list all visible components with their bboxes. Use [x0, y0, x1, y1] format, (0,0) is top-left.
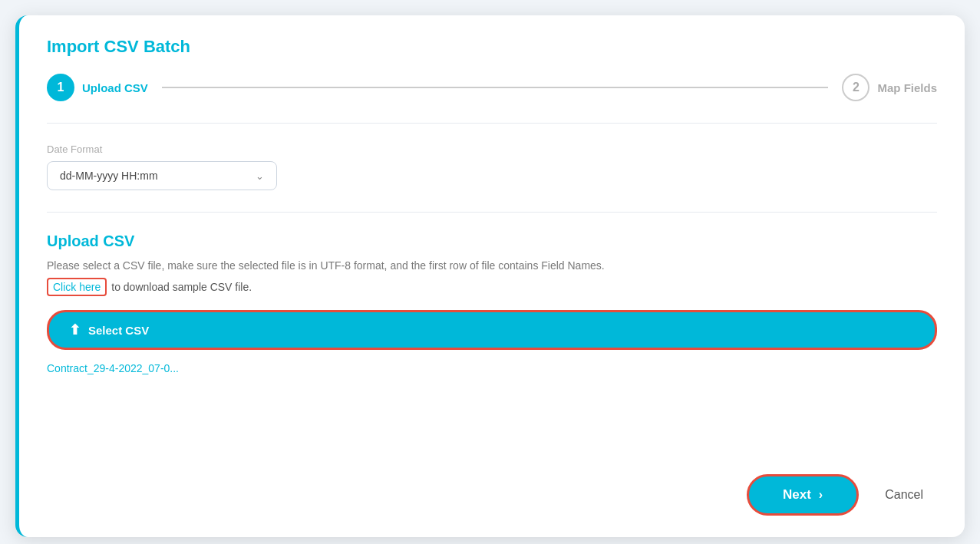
modal-title: Import CSV Batch: [47, 37, 937, 57]
click-here-row: Click here to download sample CSV file.: [47, 278, 937, 296]
upload-section-title: Upload CSV: [47, 232, 937, 250]
footer: Next › Cancel: [47, 451, 937, 516]
click-here-suffix: to download sample CSV file.: [111, 281, 252, 293]
chevron-right-icon: ›: [819, 488, 823, 502]
date-format-select[interactable]: dd-MM-yyyy HH:mm ⌄: [47, 161, 277, 190]
modal-container: Import CSV Batch 1 Upload CSV 2 Map Fiel…: [15, 15, 965, 537]
next-button[interactable]: Next ›: [747, 474, 859, 516]
date-format-label: Date Format: [47, 143, 937, 155]
select-csv-button[interactable]: ⬆ Select CSV: [47, 310, 937, 350]
divider-1: [47, 123, 937, 124]
divider-2: [47, 212, 937, 213]
step-line: [162, 87, 829, 88]
upload-description: Please select a CSV file, make sure the …: [47, 259, 937, 272]
stepper: 1 Upload CSV 2 Map Fields: [47, 74, 937, 101]
step-2-circle: 2: [842, 74, 869, 101]
cancel-button[interactable]: Cancel: [871, 480, 937, 509]
step-1: 1 Upload CSV: [47, 74, 148, 101]
chevron-down-icon: ⌄: [256, 170, 264, 182]
upload-icon: ⬆: [69, 321, 81, 338]
click-here-link[interactable]: Click here: [47, 278, 107, 296]
step-2: 2 Map Fields: [842, 74, 937, 101]
step-2-label: Map Fields: [877, 81, 937, 94]
step-1-circle: 1: [47, 74, 74, 101]
step-1-label: Upload CSV: [82, 81, 148, 94]
selected-file-link[interactable]: Contract_29-4-2022_07-0...: [47, 362, 937, 374]
next-label: Next: [783, 487, 811, 503]
date-format-value: dd-MM-yyyy HH:mm: [60, 170, 158, 182]
select-csv-label: Select CSV: [88, 324, 149, 337]
